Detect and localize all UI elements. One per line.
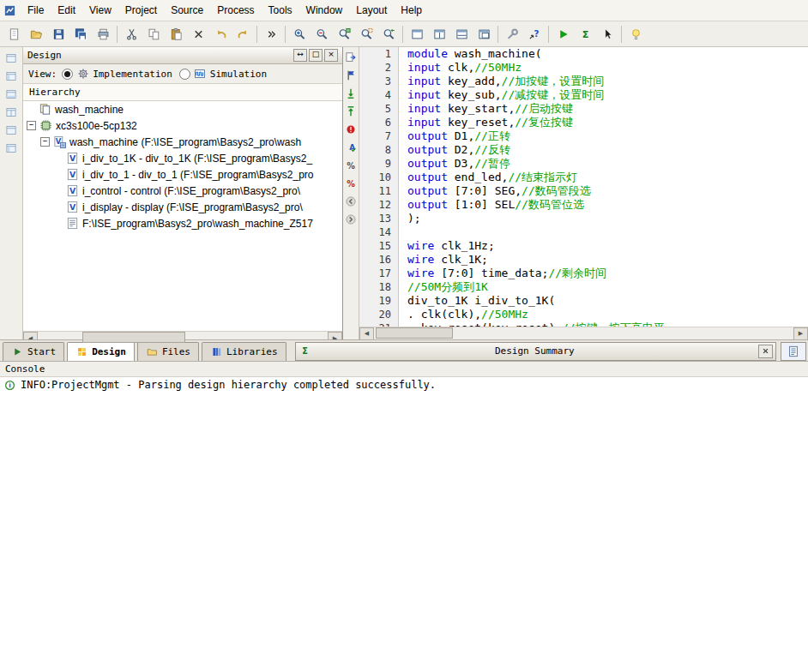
summary-side-button[interactable] [781, 342, 806, 361]
svg-text:i: i [9, 381, 11, 389]
menu-edit[interactable]: Edit [51, 2, 82, 19]
menu-layout[interactable]: Layout [349, 2, 394, 19]
float-panel-button[interactable]: ↔ [293, 49, 307, 62]
tab-files[interactable]: Files [137, 342, 199, 361]
undo-button[interactable] [209, 23, 232, 45]
nav-forward-button[interactable] [342, 212, 359, 227]
new-layout-button[interactable] [406, 23, 428, 45]
percent-replace-button[interactable]: % [342, 176, 359, 191]
hierarchy-item[interactable]: Vi_control - control (F:\ISE_program\Bas… [23, 183, 342, 199]
hierarchy-item[interactable]: −Vwash_machine (F:\ISE_program\Basys2_pr… [23, 134, 342, 150]
pane-button[interactable] [3, 123, 20, 138]
language-check-button[interactable]: A [342, 140, 359, 155]
editor-scroll-track[interactable] [374, 327, 793, 339]
paste-icon [170, 27, 183, 40]
hierarchy-item[interactable]: F:\ISE_program\Basys2_pro\wash_machine_Z… [23, 215, 342, 231]
save-all-button[interactable] [69, 23, 92, 45]
pane-button[interactable] [3, 51, 20, 66]
collapse-icon[interactable]: − [27, 121, 36, 130]
tab-design[interactable]: Design [67, 342, 135, 361]
zoom-previous-button[interactable] [377, 23, 400, 45]
save-button[interactable] [47, 23, 69, 45]
pane-left-button[interactable] [3, 141, 20, 156]
zoom-in-button[interactable] [288, 23, 311, 45]
error-marker-button[interactable] [342, 122, 359, 137]
menu-project[interactable]: Project [118, 2, 164, 19]
zoom-out-button[interactable] [311, 23, 333, 45]
cascade-windows-button[interactable] [473, 23, 495, 45]
menu-source[interactable]: Source [164, 2, 210, 19]
hierarchy-item[interactable]: wash_machine [23, 101, 342, 117]
pointer-button[interactable] [596, 23, 618, 45]
bookmark-prev-button[interactable] [342, 104, 359, 119]
toolbar-separator [117, 26, 118, 43]
percent-find-button[interactable]: % [342, 158, 359, 173]
code-line: 3input key_add,//加按键，设置时间 [359, 75, 808, 88]
console-output: i INFO:ProjectMgmt - Parsing design hier… [0, 377, 808, 672]
dock-panel-button[interactable]: □ [309, 49, 323, 62]
open-project-button[interactable] [25, 23, 47, 45]
cut-button[interactable] [120, 23, 142, 45]
new-document-button[interactable] [3, 23, 25, 45]
view-option-implementation[interactable]: Implementation [62, 68, 172, 81]
radio-implementation[interactable] [62, 69, 73, 80]
goto-line-button[interactable] [342, 50, 359, 65]
zoom-full-button[interactable] [333, 23, 355, 45]
bookmark-prev-icon [345, 105, 358, 118]
pane-left-button[interactable] [3, 69, 20, 84]
hierarchy-item[interactable]: Vi_display - display (F:\ISE_program\Bas… [23, 199, 342, 215]
hierarchy-scroll-thumb[interactable] [82, 332, 185, 343]
nav-back-button[interactable] [342, 194, 359, 209]
line-number: 1 [359, 47, 399, 61]
collapse-icon[interactable]: − [40, 137, 50, 147]
summary-close-button[interactable] [758, 345, 773, 358]
close-panel-button[interactable]: × [324, 49, 338, 62]
copy-button[interactable] [142, 23, 165, 45]
console-title: Console [5, 363, 45, 375]
verilog-icon: V [66, 152, 79, 165]
scroll-right-icon[interactable]: ▶ [793, 327, 808, 340]
settings-wrench-button[interactable] [501, 23, 523, 45]
editor-hscrollbar[interactable]: ◀ ▶ [359, 327, 808, 339]
menu-tools[interactable]: Tools [262, 2, 299, 19]
menu-view[interactable]: View [82, 2, 118, 19]
tile-vertical-button[interactable] [428, 23, 450, 45]
delete-button[interactable] [187, 23, 209, 45]
scroll-left-icon[interactable]: ◀ [359, 327, 374, 340]
tab-start[interactable]: Start [3, 342, 64, 361]
pane-bottom-button[interactable] [3, 87, 20, 102]
hierarchy-hscrollbar[interactable]: ◀ ▶ [23, 331, 342, 344]
hierarchy-item[interactable]: Vi_div_to_1K - div_to_1K (F:\ISE_program… [23, 150, 342, 166]
zoom-region-button[interactable] [355, 23, 377, 45]
paste-button[interactable] [165, 23, 187, 45]
hierarchy-item[interactable]: −xc3s100e-5cp132 [23, 117, 342, 134]
more-buttons-button[interactable] [260, 23, 282, 45]
view-option-simulation[interactable]: Simulation [179, 68, 267, 81]
lightbulb-button[interactable] [624, 23, 647, 45]
hierarchy-item[interactable]: Vi_div_to_1 - div_to_1 (F:\ISE_program\B… [23, 166, 342, 183]
bookmark-next-button[interactable] [342, 86, 359, 101]
sigma-button[interactable]: Σ [574, 23, 596, 45]
menu-file[interactable]: File [21, 2, 51, 19]
menu-help[interactable]: Help [394, 2, 429, 19]
radio-simulation[interactable] [179, 69, 190, 80]
editor-area[interactable]: 1module wash_machine(2input clk,//50MHz3… [359, 47, 808, 339]
line-number: 6 [359, 116, 399, 129]
hierarchy-scroll-track[interactable] [38, 332, 328, 344]
hierarchy-tree[interactable]: wash_machine−xc3s100e-5cp132−Vwash_machi… [23, 101, 342, 331]
redo-button[interactable] [232, 23, 254, 45]
hierarchy-item-label: wash_machine (F:\ISE_program\Basys2_pro\… [69, 136, 301, 148]
menu-window[interactable]: Window [299, 2, 350, 19]
tab-libraries[interactable]: Libraries [202, 342, 286, 361]
hierarchy-item-label: F:\ISE_program\Basys2_pro\wash_machine_Z… [82, 218, 313, 230]
editor-scroll-thumb[interactable] [376, 327, 453, 339]
print-button[interactable] [92, 23, 114, 45]
menu-process[interactable]: Process [210, 2, 261, 19]
pane-grid-button[interactable] [3, 105, 20, 120]
tile-horizontal-button[interactable] [450, 23, 473, 45]
context-help-button[interactable]: ? [523, 23, 546, 45]
bookmark-toggle-button[interactable] [342, 68, 359, 83]
summary-tabbar[interactable]: Σ Design Summary [295, 342, 776, 361]
code-area[interactable]: 1module wash_machine(2input clk,//50MHz3… [359, 47, 808, 327]
run-button[interactable] [552, 23, 574, 45]
